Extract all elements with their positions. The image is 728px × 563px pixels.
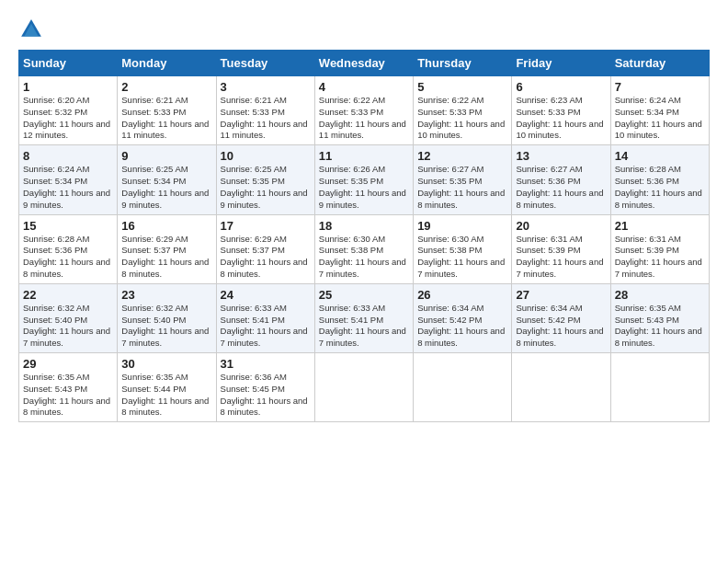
day-info: Sunrise: 6:24 AM Sunset: 5:34 PM Dayligh… bbox=[23, 164, 113, 211]
day-number: 9 bbox=[121, 149, 211, 163]
day-info: Sunrise: 6:30 AM Sunset: 5:38 PM Dayligh… bbox=[319, 234, 409, 281]
day-cell: 20 Sunrise: 6:31 AM Sunset: 5:39 PM Dayl… bbox=[512, 214, 610, 283]
day-cell: 27 Sunrise: 6:34 AM Sunset: 5:42 PM Dayl… bbox=[512, 283, 610, 352]
day-cell: 14 Sunrise: 6:28 AM Sunset: 5:36 PM Dayl… bbox=[610, 145, 709, 214]
day-info: Sunrise: 6:34 AM Sunset: 5:42 PM Dayligh… bbox=[516, 303, 606, 350]
week-row-2: 8 Sunrise: 6:24 AM Sunset: 5:34 PM Dayli… bbox=[19, 145, 710, 214]
day-cell: 11 Sunrise: 6:26 AM Sunset: 5:35 PM Dayl… bbox=[314, 145, 413, 214]
day-info: Sunrise: 6:28 AM Sunset: 5:36 PM Dayligh… bbox=[23, 234, 113, 281]
day-cell: 17 Sunrise: 6:29 AM Sunset: 5:37 PM Dayl… bbox=[216, 214, 314, 283]
day-info: Sunrise: 6:35 AM Sunset: 5:43 PM Dayligh… bbox=[615, 303, 705, 350]
page: SundayMondayTuesdayWednesdayThursdayFrid… bbox=[0, 0, 728, 563]
day-cell: 10 Sunrise: 6:25 AM Sunset: 5:35 PM Dayl… bbox=[216, 145, 314, 214]
day-info: Sunrise: 6:36 AM Sunset: 5:45 PM Dayligh… bbox=[221, 372, 311, 419]
day-cell: 28 Sunrise: 6:35 AM Sunset: 5:43 PM Dayl… bbox=[610, 283, 709, 352]
day-cell: 16 Sunrise: 6:29 AM Sunset: 5:37 PM Dayl… bbox=[118, 214, 216, 283]
day-cell: 1 Sunrise: 6:20 AM Sunset: 5:32 PM Dayli… bbox=[19, 76, 118, 145]
day-number: 13 bbox=[516, 149, 606, 163]
day-cell: 21 Sunrise: 6:31 AM Sunset: 5:39 PM Dayl… bbox=[610, 214, 709, 283]
day-info: Sunrise: 6:32 AM Sunset: 5:40 PM Dayligh… bbox=[23, 303, 113, 350]
day-cell: 25 Sunrise: 6:33 AM Sunset: 5:41 PM Dayl… bbox=[314, 283, 413, 352]
day-cell: 19 Sunrise: 6:30 AM Sunset: 5:38 PM Dayl… bbox=[414, 214, 512, 283]
day-cell: 15 Sunrise: 6:28 AM Sunset: 5:36 PM Dayl… bbox=[19, 214, 118, 283]
header-row: SundayMondayTuesdayWednesdayThursdayFrid… bbox=[19, 51, 710, 76]
day-info: Sunrise: 6:25 AM Sunset: 5:35 PM Dayligh… bbox=[221, 164, 311, 211]
day-info: Sunrise: 6:23 AM Sunset: 5:33 PM Dayligh… bbox=[516, 95, 606, 142]
day-info: Sunrise: 6:29 AM Sunset: 5:37 PM Dayligh… bbox=[221, 234, 311, 281]
day-number: 21 bbox=[615, 219, 705, 233]
day-number: 17 bbox=[221, 219, 311, 233]
day-number: 3 bbox=[221, 80, 311, 94]
day-number: 22 bbox=[23, 288, 113, 302]
day-cell: 2 Sunrise: 6:21 AM Sunset: 5:33 PM Dayli… bbox=[118, 76, 216, 145]
header-thursday: Thursday bbox=[414, 51, 512, 76]
header-tuesday: Tuesday bbox=[216, 51, 314, 76]
day-info: Sunrise: 6:35 AM Sunset: 5:43 PM Dayligh… bbox=[23, 372, 113, 419]
header bbox=[18, 17, 710, 42]
week-row-4: 22 Sunrise: 6:32 AM Sunset: 5:40 PM Dayl… bbox=[19, 283, 710, 352]
day-cell: 12 Sunrise: 6:27 AM Sunset: 5:35 PM Dayl… bbox=[414, 145, 512, 214]
week-row-3: 15 Sunrise: 6:28 AM Sunset: 5:36 PM Dayl… bbox=[19, 214, 710, 283]
day-cell: 18 Sunrise: 6:30 AM Sunset: 5:38 PM Dayl… bbox=[314, 214, 413, 283]
day-info: Sunrise: 6:34 AM Sunset: 5:42 PM Dayligh… bbox=[417, 303, 507, 350]
day-info: Sunrise: 6:21 AM Sunset: 5:33 PM Dayligh… bbox=[221, 95, 311, 142]
day-number: 10 bbox=[221, 149, 311, 163]
header-saturday: Saturday bbox=[610, 51, 709, 76]
day-number: 11 bbox=[319, 149, 409, 163]
header-wednesday: Wednesday bbox=[314, 51, 413, 76]
day-number: 18 bbox=[319, 219, 409, 233]
day-cell: 24 Sunrise: 6:33 AM Sunset: 5:41 PM Dayl… bbox=[216, 283, 314, 352]
day-info: Sunrise: 6:32 AM Sunset: 5:40 PM Dayligh… bbox=[121, 303, 211, 350]
day-info: Sunrise: 6:31 AM Sunset: 5:39 PM Dayligh… bbox=[615, 234, 705, 281]
day-number: 23 bbox=[121, 288, 211, 302]
day-cell bbox=[512, 353, 610, 422]
logo-icon bbox=[18, 17, 44, 42]
day-info: Sunrise: 6:33 AM Sunset: 5:41 PM Dayligh… bbox=[221, 303, 311, 350]
day-cell: 8 Sunrise: 6:24 AM Sunset: 5:34 PM Dayli… bbox=[19, 145, 118, 214]
day-info: Sunrise: 6:35 AM Sunset: 5:44 PM Dayligh… bbox=[121, 372, 211, 419]
day-cell: 13 Sunrise: 6:27 AM Sunset: 5:36 PM Dayl… bbox=[512, 145, 610, 214]
day-cell: 26 Sunrise: 6:34 AM Sunset: 5:42 PM Dayl… bbox=[414, 283, 512, 352]
day-cell: 6 Sunrise: 6:23 AM Sunset: 5:33 PM Dayli… bbox=[512, 76, 610, 145]
day-info: Sunrise: 6:27 AM Sunset: 5:36 PM Dayligh… bbox=[516, 164, 606, 211]
day-number: 12 bbox=[417, 149, 507, 163]
day-number: 19 bbox=[417, 219, 507, 233]
week-row-5: 29 Sunrise: 6:35 AM Sunset: 5:43 PM Dayl… bbox=[19, 353, 710, 422]
day-cell: 7 Sunrise: 6:24 AM Sunset: 5:34 PM Dayli… bbox=[610, 76, 709, 145]
day-cell: 5 Sunrise: 6:22 AM Sunset: 5:33 PM Dayli… bbox=[414, 76, 512, 145]
day-number: 26 bbox=[417, 288, 507, 302]
day-number: 4 bbox=[319, 80, 409, 94]
day-cell: 30 Sunrise: 6:35 AM Sunset: 5:44 PM Dayl… bbox=[118, 353, 216, 422]
day-number: 14 bbox=[615, 149, 705, 163]
header-monday: Monday bbox=[118, 51, 216, 76]
day-info: Sunrise: 6:22 AM Sunset: 5:33 PM Dayligh… bbox=[319, 95, 409, 142]
day-number: 2 bbox=[121, 80, 211, 94]
day-info: Sunrise: 6:21 AM Sunset: 5:33 PM Dayligh… bbox=[121, 95, 211, 142]
calendar-table: SundayMondayTuesdayWednesdayThursdayFrid… bbox=[18, 50, 710, 422]
day-number: 20 bbox=[516, 219, 606, 233]
day-info: Sunrise: 6:29 AM Sunset: 5:37 PM Dayligh… bbox=[121, 234, 211, 281]
day-number: 6 bbox=[516, 80, 606, 94]
day-cell: 3 Sunrise: 6:21 AM Sunset: 5:33 PM Dayli… bbox=[216, 76, 314, 145]
day-number: 1 bbox=[23, 80, 113, 94]
header-friday: Friday bbox=[512, 51, 610, 76]
day-info: Sunrise: 6:28 AM Sunset: 5:36 PM Dayligh… bbox=[615, 164, 705, 211]
day-info: Sunrise: 6:27 AM Sunset: 5:35 PM Dayligh… bbox=[417, 164, 507, 211]
day-number: 16 bbox=[121, 219, 211, 233]
day-number: 7 bbox=[615, 80, 705, 94]
day-number: 15 bbox=[23, 219, 113, 233]
week-row-1: 1 Sunrise: 6:20 AM Sunset: 5:32 PM Dayli… bbox=[19, 76, 710, 145]
day-info: Sunrise: 6:20 AM Sunset: 5:32 PM Dayligh… bbox=[23, 95, 113, 142]
day-info: Sunrise: 6:26 AM Sunset: 5:35 PM Dayligh… bbox=[319, 164, 409, 211]
day-number: 28 bbox=[615, 288, 705, 302]
day-number: 24 bbox=[221, 288, 311, 302]
day-info: Sunrise: 6:22 AM Sunset: 5:33 PM Dayligh… bbox=[417, 95, 507, 142]
logo bbox=[18, 17, 50, 42]
header-sunday: Sunday bbox=[19, 51, 118, 76]
day-cell bbox=[414, 353, 512, 422]
day-number: 5 bbox=[417, 80, 507, 94]
day-cell: 23 Sunrise: 6:32 AM Sunset: 5:40 PM Dayl… bbox=[118, 283, 216, 352]
day-info: Sunrise: 6:25 AM Sunset: 5:34 PM Dayligh… bbox=[121, 164, 211, 211]
day-number: 29 bbox=[23, 357, 113, 371]
day-number: 25 bbox=[319, 288, 409, 302]
